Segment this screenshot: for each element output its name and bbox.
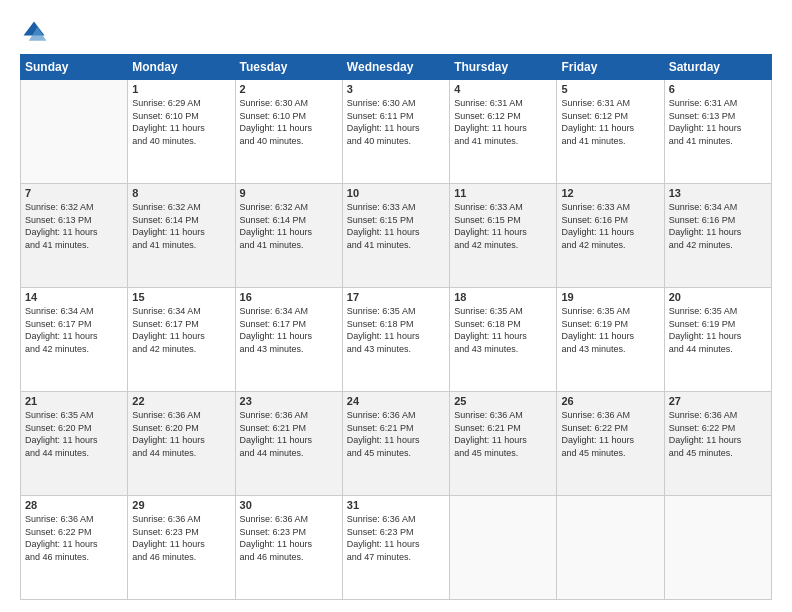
day-number: 6	[669, 83, 767, 95]
weekday-header: Wednesday	[342, 55, 449, 80]
calendar-cell: 19Sunrise: 6:35 AMSunset: 6:19 PMDayligh…	[557, 288, 664, 392]
calendar-cell: 27Sunrise: 6:36 AMSunset: 6:22 PMDayligh…	[664, 392, 771, 496]
day-info: Sunrise: 6:33 AMSunset: 6:15 PMDaylight:…	[347, 201, 445, 251]
day-info: Sunrise: 6:36 AMSunset: 6:23 PMDaylight:…	[347, 513, 445, 563]
weekday-header-row: SundayMondayTuesdayWednesdayThursdayFrid…	[21, 55, 772, 80]
day-number: 22	[132, 395, 230, 407]
day-number: 3	[347, 83, 445, 95]
calendar-week-row: 14Sunrise: 6:34 AMSunset: 6:17 PMDayligh…	[21, 288, 772, 392]
day-number: 14	[25, 291, 123, 303]
logo	[20, 18, 50, 46]
calendar-cell: 7Sunrise: 6:32 AMSunset: 6:13 PMDaylight…	[21, 184, 128, 288]
day-number: 26	[561, 395, 659, 407]
day-number: 29	[132, 499, 230, 511]
day-number: 23	[240, 395, 338, 407]
day-info: Sunrise: 6:36 AMSunset: 6:21 PMDaylight:…	[347, 409, 445, 459]
day-number: 15	[132, 291, 230, 303]
page: SundayMondayTuesdayWednesdayThursdayFrid…	[0, 0, 792, 612]
day-info: Sunrise: 6:31 AMSunset: 6:13 PMDaylight:…	[669, 97, 767, 147]
day-number: 19	[561, 291, 659, 303]
day-info: Sunrise: 6:36 AMSunset: 6:21 PMDaylight:…	[240, 409, 338, 459]
day-info: Sunrise: 6:36 AMSunset: 6:20 PMDaylight:…	[132, 409, 230, 459]
day-number: 9	[240, 187, 338, 199]
day-info: Sunrise: 6:34 AMSunset: 6:17 PMDaylight:…	[132, 305, 230, 355]
calendar-cell: 11Sunrise: 6:33 AMSunset: 6:15 PMDayligh…	[450, 184, 557, 288]
day-number: 27	[669, 395, 767, 407]
calendar-week-row: 28Sunrise: 6:36 AMSunset: 6:22 PMDayligh…	[21, 496, 772, 600]
calendar-cell	[21, 80, 128, 184]
day-number: 7	[25, 187, 123, 199]
day-info: Sunrise: 6:34 AMSunset: 6:16 PMDaylight:…	[669, 201, 767, 251]
calendar-cell: 2Sunrise: 6:30 AMSunset: 6:10 PMDaylight…	[235, 80, 342, 184]
day-info: Sunrise: 6:36 AMSunset: 6:22 PMDaylight:…	[561, 409, 659, 459]
day-info: Sunrise: 6:31 AMSunset: 6:12 PMDaylight:…	[561, 97, 659, 147]
day-info: Sunrise: 6:30 AMSunset: 6:10 PMDaylight:…	[240, 97, 338, 147]
calendar-cell: 5Sunrise: 6:31 AMSunset: 6:12 PMDaylight…	[557, 80, 664, 184]
day-info: Sunrise: 6:35 AMSunset: 6:19 PMDaylight:…	[561, 305, 659, 355]
calendar-cell	[664, 496, 771, 600]
day-info: Sunrise: 6:36 AMSunset: 6:23 PMDaylight:…	[132, 513, 230, 563]
day-info: Sunrise: 6:33 AMSunset: 6:16 PMDaylight:…	[561, 201, 659, 251]
calendar-week-row: 21Sunrise: 6:35 AMSunset: 6:20 PMDayligh…	[21, 392, 772, 496]
day-info: Sunrise: 6:35 AMSunset: 6:18 PMDaylight:…	[454, 305, 552, 355]
day-number: 13	[669, 187, 767, 199]
calendar-cell: 31Sunrise: 6:36 AMSunset: 6:23 PMDayligh…	[342, 496, 449, 600]
day-number: 20	[669, 291, 767, 303]
day-number: 10	[347, 187, 445, 199]
day-number: 12	[561, 187, 659, 199]
weekday-header: Monday	[128, 55, 235, 80]
calendar-cell: 28Sunrise: 6:36 AMSunset: 6:22 PMDayligh…	[21, 496, 128, 600]
day-info: Sunrise: 6:36 AMSunset: 6:21 PMDaylight:…	[454, 409, 552, 459]
day-number: 24	[347, 395, 445, 407]
calendar-cell: 23Sunrise: 6:36 AMSunset: 6:21 PMDayligh…	[235, 392, 342, 496]
day-info: Sunrise: 6:32 AMSunset: 6:13 PMDaylight:…	[25, 201, 123, 251]
logo-icon	[20, 18, 48, 46]
day-number: 17	[347, 291, 445, 303]
day-number: 5	[561, 83, 659, 95]
calendar-cell: 18Sunrise: 6:35 AMSunset: 6:18 PMDayligh…	[450, 288, 557, 392]
calendar-cell: 16Sunrise: 6:34 AMSunset: 6:17 PMDayligh…	[235, 288, 342, 392]
calendar-week-row: 1Sunrise: 6:29 AMSunset: 6:10 PMDaylight…	[21, 80, 772, 184]
day-info: Sunrise: 6:36 AMSunset: 6:22 PMDaylight:…	[669, 409, 767, 459]
weekday-header: Saturday	[664, 55, 771, 80]
day-number: 1	[132, 83, 230, 95]
day-info: Sunrise: 6:35 AMSunset: 6:18 PMDaylight:…	[347, 305, 445, 355]
calendar-cell: 26Sunrise: 6:36 AMSunset: 6:22 PMDayligh…	[557, 392, 664, 496]
day-number: 11	[454, 187, 552, 199]
calendar-cell: 3Sunrise: 6:30 AMSunset: 6:11 PMDaylight…	[342, 80, 449, 184]
calendar-cell: 6Sunrise: 6:31 AMSunset: 6:13 PMDaylight…	[664, 80, 771, 184]
calendar-cell: 21Sunrise: 6:35 AMSunset: 6:20 PMDayligh…	[21, 392, 128, 496]
calendar-cell	[557, 496, 664, 600]
calendar-cell: 24Sunrise: 6:36 AMSunset: 6:21 PMDayligh…	[342, 392, 449, 496]
calendar-cell: 10Sunrise: 6:33 AMSunset: 6:15 PMDayligh…	[342, 184, 449, 288]
calendar-cell: 9Sunrise: 6:32 AMSunset: 6:14 PMDaylight…	[235, 184, 342, 288]
day-number: 4	[454, 83, 552, 95]
day-info: Sunrise: 6:32 AMSunset: 6:14 PMDaylight:…	[132, 201, 230, 251]
calendar-cell: 30Sunrise: 6:36 AMSunset: 6:23 PMDayligh…	[235, 496, 342, 600]
day-number: 21	[25, 395, 123, 407]
day-info: Sunrise: 6:31 AMSunset: 6:12 PMDaylight:…	[454, 97, 552, 147]
weekday-header: Thursday	[450, 55, 557, 80]
calendar-cell: 4Sunrise: 6:31 AMSunset: 6:12 PMDaylight…	[450, 80, 557, 184]
day-number: 28	[25, 499, 123, 511]
day-number: 31	[347, 499, 445, 511]
day-info: Sunrise: 6:36 AMSunset: 6:22 PMDaylight:…	[25, 513, 123, 563]
day-number: 2	[240, 83, 338, 95]
calendar-cell: 13Sunrise: 6:34 AMSunset: 6:16 PMDayligh…	[664, 184, 771, 288]
calendar-cell: 20Sunrise: 6:35 AMSunset: 6:19 PMDayligh…	[664, 288, 771, 392]
day-number: 25	[454, 395, 552, 407]
calendar-cell	[450, 496, 557, 600]
day-info: Sunrise: 6:35 AMSunset: 6:20 PMDaylight:…	[25, 409, 123, 459]
day-info: Sunrise: 6:34 AMSunset: 6:17 PMDaylight:…	[25, 305, 123, 355]
weekday-header: Sunday	[21, 55, 128, 80]
calendar-week-row: 7Sunrise: 6:32 AMSunset: 6:13 PMDaylight…	[21, 184, 772, 288]
day-number: 8	[132, 187, 230, 199]
header	[20, 18, 772, 46]
day-info: Sunrise: 6:33 AMSunset: 6:15 PMDaylight:…	[454, 201, 552, 251]
day-info: Sunrise: 6:35 AMSunset: 6:19 PMDaylight:…	[669, 305, 767, 355]
calendar-cell: 25Sunrise: 6:36 AMSunset: 6:21 PMDayligh…	[450, 392, 557, 496]
weekday-header: Tuesday	[235, 55, 342, 80]
day-info: Sunrise: 6:30 AMSunset: 6:11 PMDaylight:…	[347, 97, 445, 147]
day-info: Sunrise: 6:32 AMSunset: 6:14 PMDaylight:…	[240, 201, 338, 251]
day-number: 16	[240, 291, 338, 303]
